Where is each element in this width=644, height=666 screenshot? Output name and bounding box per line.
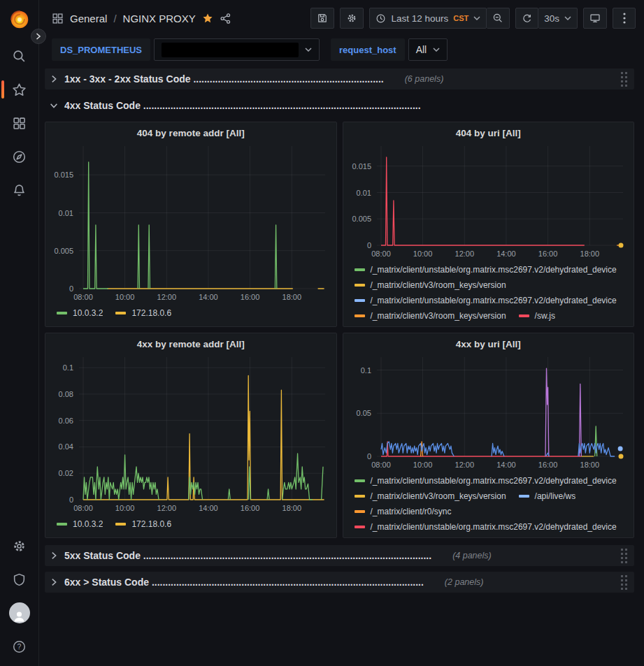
sidebar-item-alerting[interactable] xyxy=(0,173,39,207)
gear-icon xyxy=(12,539,27,553)
zoom-out-time-button[interactable] xyxy=(487,8,510,29)
time-series-chart[interactable]: 08:0010:0012:0014:0016:0018:0000.050.1 xyxy=(346,353,631,472)
time-range-picker[interactable]: Last 12 hours CST xyxy=(369,8,487,29)
legend-swatch xyxy=(355,299,365,302)
panel-legend: /_matrix/client/unstable/org.matrix.msc2… xyxy=(346,472,631,537)
chevron-down-icon xyxy=(564,16,571,20)
legend-item[interactable]: /_matrix/client/v3/room_keys/version xyxy=(355,280,506,290)
row-drag-handle[interactable] xyxy=(620,71,629,88)
legend-swatch xyxy=(519,495,529,498)
bell-icon xyxy=(12,183,27,198)
panel-404-by-uri: 404 by uri [All]08:0010:0012:0014:0016:0… xyxy=(343,122,635,327)
svg-text:16:00: 16:00 xyxy=(241,293,260,301)
svg-text:0.1: 0.1 xyxy=(63,363,73,372)
svg-text:0.1: 0.1 xyxy=(360,366,371,375)
sidebar-item-profile[interactable] xyxy=(0,596,39,630)
legend-swatch xyxy=(355,268,365,271)
panel-4xx-by-remote-addr: 4xx by remote addr [All]08:0010:0012:001… xyxy=(45,333,337,538)
more-options-button[interactable] xyxy=(613,8,636,29)
legend-item[interactable]: 172.18.0.6 xyxy=(115,307,171,318)
breadcrumb-dashboard-title[interactable]: NGINX PROXY xyxy=(123,13,196,24)
legend-item[interactable]: /_matrix/client/r0/sync xyxy=(355,506,452,516)
sidebar-item-explore[interactable] xyxy=(0,140,39,173)
grafana-logo[interactable] xyxy=(8,7,31,31)
legend-item[interactable]: /_matrix/client/unstable/org.matrix.msc2… xyxy=(355,475,617,486)
legend-label: 172.18.0.6 xyxy=(131,519,171,529)
row-4xx-status-code[interactable]: 4xx Status Code ........................… xyxy=(45,95,634,116)
datasource-variable-label[interactable]: DS_PROMETHEUS xyxy=(52,38,150,61)
svg-text:14:00: 14:00 xyxy=(199,293,218,301)
legend-item[interactable]: /sw.js xyxy=(519,310,555,321)
panel-4xx-by-uri: 4xx by uri [All]08:0010:0012:0014:0016:0… xyxy=(343,333,635,538)
favorite-star-button[interactable] xyxy=(202,13,213,24)
row-drag-handle[interactable] xyxy=(620,574,629,591)
svg-text:0.005: 0.005 xyxy=(352,215,371,223)
refresh-interval-picker[interactable]: 30s xyxy=(538,8,578,29)
panel-legend: /_matrix/client/unstable/org.matrix.msc2… xyxy=(346,261,631,326)
monitor-icon xyxy=(589,13,601,24)
tv-mode-button[interactable] xyxy=(583,8,607,29)
apps-grid-icon xyxy=(52,13,64,24)
sidebar-item-starred[interactable] xyxy=(0,73,39,106)
grafana-app: ? General / NGINX PROXY xyxy=(0,0,644,666)
row-panel-count: (4 panels) xyxy=(452,551,492,560)
chevron-down-icon xyxy=(473,16,480,20)
sidebar-item-dashboards[interactable] xyxy=(0,106,39,140)
panel-title[interactable]: 4xx by remote addr [All] xyxy=(48,336,334,353)
time-series-chart[interactable]: 08:0010:0012:0014:0016:0018:0000.020.040… xyxy=(48,353,334,515)
legend-item[interactable]: 10.0.3.2 xyxy=(57,519,103,529)
svg-text:?: ? xyxy=(17,642,22,651)
request-host-value: All xyxy=(416,44,427,55)
svg-text:0.01: 0.01 xyxy=(59,209,73,217)
sidebar-expand-button[interactable] xyxy=(31,29,46,44)
request-host-variable-label[interactable]: request_host xyxy=(331,38,405,61)
breadcrumb-section[interactable]: General xyxy=(70,13,107,24)
dashboard-settings-button[interactable] xyxy=(340,8,364,29)
legend-item[interactable]: /api/live/ws xyxy=(519,491,576,501)
panel-title[interactable]: 4xx by uri [All] xyxy=(346,336,631,353)
sidebar-item-search[interactable] xyxy=(0,39,39,73)
avatar xyxy=(9,602,30,623)
refresh-button[interactable] xyxy=(515,8,538,29)
save-dashboard-button[interactable] xyxy=(310,8,334,29)
svg-text:14:00: 14:00 xyxy=(496,461,516,469)
legend-label: 10.0.3.2 xyxy=(73,308,103,318)
svg-text:08:00: 08:00 xyxy=(73,293,93,301)
svg-text:0: 0 xyxy=(69,495,73,504)
svg-text:18:00: 18:00 xyxy=(580,461,599,469)
legend-item[interactable]: /_matrix/client/unstable/org.matrix.msc2… xyxy=(355,264,617,275)
row-1xx-3xx-2xx-status-code[interactable]: 1xx - 3xx - 2xx Status Code ............… xyxy=(45,68,634,89)
legend-item[interactable]: /_matrix/client/v3/room_keys/version xyxy=(355,491,506,501)
sidebar-item-configuration[interactable] xyxy=(0,529,39,563)
clock-icon xyxy=(375,13,386,24)
panel-404-by-remote-addr: 404 by remote addr [All]08:0010:0012:001… xyxy=(45,122,337,327)
svg-text:14:00: 14:00 xyxy=(496,249,516,258)
request-host-variable: request_host All xyxy=(331,38,448,61)
time-series-chart[interactable]: 08:0010:0012:0014:0016:0018:0000.0050.01… xyxy=(48,142,334,304)
datasource-variable-select[interactable] xyxy=(154,38,320,61)
svg-text:12:00: 12:00 xyxy=(455,461,474,469)
svg-text:0.01: 0.01 xyxy=(356,189,371,197)
legend-swatch xyxy=(355,284,365,287)
time-series-chart[interactable]: 08:0010:0012:0014:0016:0018:0000.0050.01… xyxy=(346,142,631,261)
row-drag-handle[interactable] xyxy=(620,547,629,565)
legend-item[interactable]: /_matrix/client/v3/room_keys/version xyxy=(355,310,506,321)
legend-item[interactable]: /_matrix/client/unstable/org.matrix.msc2… xyxy=(355,295,617,305)
row-6xx-status-code[interactable]: 6xx > Status Code ......................… xyxy=(45,572,634,593)
panel-title[interactable]: 404 by uri [All] xyxy=(346,125,631,142)
panel-title[interactable]: 404 by remote addr [All] xyxy=(48,125,334,142)
share-button[interactable] xyxy=(220,13,231,24)
panels-grid: 404 by remote addr [All]08:0010:0012:001… xyxy=(45,122,634,538)
legend-item[interactable]: 172.18.0.6 xyxy=(115,519,171,529)
request-host-variable-select[interactable]: All xyxy=(408,38,448,61)
legend-item[interactable]: /_matrix/client/unstable/org.matrix.msc2… xyxy=(355,521,617,532)
svg-text:08:00: 08:00 xyxy=(73,504,93,512)
chevron-down-icon xyxy=(305,48,312,52)
row-5xx-status-code[interactable]: 5xx Status Code ........................… xyxy=(45,545,634,566)
legend-item[interactable]: 10.0.3.2 xyxy=(57,307,103,318)
sidebar-bottom-group: ? xyxy=(0,529,39,663)
sidebar-item-server-admin[interactable] xyxy=(0,563,39,596)
svg-text:18:00: 18:00 xyxy=(580,249,599,258)
compass-icon xyxy=(12,150,27,164)
sidebar-item-help[interactable]: ? xyxy=(0,630,39,663)
